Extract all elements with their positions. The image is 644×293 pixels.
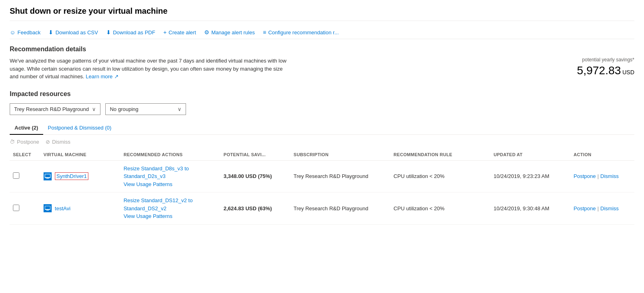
row1-updated-value: 10/24/2019, 9:23:23 AM bbox=[493, 173, 549, 179]
svg-rect-4 bbox=[46, 178, 49, 179]
row1-subscription-value: Trey Research R&D Playground bbox=[294, 173, 368, 179]
row1-checkbox[interactable] bbox=[13, 172, 19, 179]
row2-rule-value: CPU utilization < 20% bbox=[393, 205, 444, 211]
configure-rec-label: Configure recommendation r... bbox=[268, 29, 339, 36]
row2-vm-name-container: testAvi bbox=[44, 204, 117, 212]
row1-row-actions: Postpone | Dismiss bbox=[574, 173, 631, 179]
row1-actions-cell: Resize Standard_D8s_v3 to Standard_D2s_v… bbox=[120, 160, 220, 193]
external-link-icon: ↗ bbox=[114, 73, 119, 80]
row1-vm-name[interactable]: SynthDriver1 bbox=[55, 172, 88, 180]
configure-rec-icon: ≡ bbox=[263, 29, 266, 36]
row1-vm-name-container: SynthDriver1 bbox=[44, 172, 117, 180]
feedback-label: Feedback bbox=[17, 29, 40, 36]
create-alert-button[interactable]: + Create alert bbox=[163, 29, 196, 36]
recommendation-section-title: Recommendation details bbox=[10, 46, 634, 53]
row2-updated-cell: 10/24/2019, 9:30:48 AM bbox=[490, 193, 570, 225]
th-rule: RECOMMENDATION RULE bbox=[390, 149, 490, 161]
row1-savings-value: 3,348.00 USD (75%) bbox=[224, 173, 272, 179]
row2-action-cell: Postpone | Dismiss bbox=[571, 193, 634, 225]
row2-actions-cell: Resize Standard_DS12_v2 to Standard_DS2_… bbox=[120, 193, 220, 225]
svg-rect-2 bbox=[45, 174, 50, 177]
th-action: ACTION bbox=[571, 149, 634, 161]
row1-postpone-link[interactable]: Postpone bbox=[574, 173, 596, 179]
th-select: SELECT bbox=[10, 149, 40, 161]
download-csv-button[interactable]: ⬇ Download as CSV bbox=[48, 29, 98, 36]
row1-action-cell: Postpone | Dismiss bbox=[571, 160, 634, 193]
toolbar: ☺ Feedback ⬇ Download as CSV ⬇ Download … bbox=[10, 26, 634, 39]
row1-updated-cell: 10/24/2019, 9:23:23 AM bbox=[490, 160, 570, 193]
learn-more-link[interactable]: Learn more ↗ bbox=[86, 73, 119, 80]
create-alert-label: Create alert bbox=[169, 29, 196, 36]
th-recommended-actions: RECOMMENDED ACTIONS bbox=[120, 149, 220, 161]
row1-rule-cell: CPU utilization < 20% bbox=[390, 160, 490, 193]
page-title: Shut down or resize your virtual machine bbox=[10, 6, 634, 21]
row1-usage-patterns-link[interactable]: View Usage Patterns bbox=[123, 180, 217, 188]
grouping-dropdown-arrow: ∨ bbox=[178, 106, 182, 112]
svg-rect-7 bbox=[46, 210, 49, 211]
recommendation-section: Recommendation details We've analyzed th… bbox=[10, 46, 634, 81]
row2-savings-cell: 2,624.83 USD (63%) bbox=[220, 193, 291, 225]
th-savings: POTENTIAL SAVI... bbox=[220, 149, 291, 161]
recommendation-description: We've analyzed the usage patterns of you… bbox=[10, 57, 292, 81]
row2-select-cell bbox=[10, 193, 40, 225]
row2-savings-value: 2,624.83 USD (63%) bbox=[224, 205, 272, 211]
tab-postponed-dismissed[interactable]: Postponed & Dismissed (0) bbox=[43, 121, 117, 135]
row2-usage-patterns-link[interactable]: View Usage Patterns bbox=[123, 212, 217, 220]
resources-table: SELECT VIRTUAL MACHINE RECOMMENDED ACTIO… bbox=[10, 149, 634, 225]
postpone-action-button: ⏱ Postpone bbox=[10, 139, 39, 145]
row2-dismiss-link[interactable]: Dismiss bbox=[600, 205, 619, 211]
row1-action-separator: | bbox=[597, 173, 598, 179]
feedback-icon: ☺ bbox=[10, 29, 15, 36]
savings-box: potential yearly savings* 5,972.83 USD bbox=[546, 57, 634, 77]
create-alert-icon: + bbox=[163, 29, 167, 36]
action-bar: ⏱ Postpone ⊘ Dismiss bbox=[10, 135, 634, 149]
subscription-dropdown[interactable]: Trey Research R&D Playground ∨ bbox=[10, 103, 100, 115]
row2-row-actions: Postpone | Dismiss bbox=[574, 205, 631, 211]
th-subscription: SUBSCRIPTION bbox=[291, 149, 391, 161]
row2-action-separator: | bbox=[597, 205, 598, 211]
row2-vm-cell: testAvi bbox=[40, 193, 120, 225]
recommendation-content: We've analyzed the usage patterns of you… bbox=[10, 57, 634, 81]
svg-rect-8 bbox=[46, 211, 49, 211]
postpone-label: Postpone bbox=[17, 139, 39, 145]
manage-alert-icon: ⚙ bbox=[204, 29, 209, 36]
row2-subscription-value: Trey Research R&D Playground bbox=[294, 205, 368, 211]
dismiss-action-button: ⊘ Dismiss bbox=[46, 139, 71, 145]
row1-rule-value: CPU utilization < 20% bbox=[393, 173, 444, 179]
download-pdf-label: Download as PDF bbox=[113, 29, 155, 36]
manage-alert-label: Manage alert rules bbox=[211, 29, 255, 36]
savings-amount-display: 5,972.83 USD bbox=[546, 64, 634, 77]
configure-rec-button[interactable]: ≡ Configure recommendation r... bbox=[263, 29, 339, 36]
row1-savings-cell: 3,348.00 USD (75%) bbox=[220, 160, 291, 193]
dismiss-label: Dismiss bbox=[52, 139, 71, 145]
subscription-dropdown-label: Trey Research R&D Playground bbox=[14, 106, 89, 112]
download-pdf-icon: ⬇ bbox=[106, 29, 111, 36]
row2-rule-cell: CPU utilization < 20% bbox=[390, 193, 490, 225]
th-updated: UPDATED AT bbox=[490, 149, 570, 161]
row1-recommended-action-link[interactable]: Resize Standard_D8s_v3 to Standard_D2s_v… bbox=[123, 165, 217, 180]
tab-active[interactable]: Active (2) bbox=[10, 121, 43, 135]
download-csv-label: Download as CSV bbox=[55, 29, 98, 36]
row1-subscription-cell: Trey Research R&D Playground bbox=[291, 160, 391, 193]
row1-vm-icon bbox=[44, 172, 52, 180]
manage-alert-rules-button[interactable]: ⚙ Manage alert rules bbox=[204, 29, 255, 36]
table-row: SynthDriver1 Resize Standard_D8s_v3 to S… bbox=[10, 160, 634, 193]
row2-vm-name[interactable]: testAvi bbox=[55, 205, 71, 211]
row1-select-cell bbox=[10, 160, 40, 193]
feedback-button[interactable]: ☺ Feedback bbox=[10, 29, 40, 36]
grouping-dropdown[interactable]: No grouping ∨ bbox=[105, 103, 186, 115]
download-pdf-button[interactable]: ⬇ Download as PDF bbox=[106, 29, 155, 36]
row2-updated-value: 10/24/2019, 9:30:48 AM bbox=[493, 205, 549, 211]
savings-currency: USD bbox=[622, 69, 634, 75]
grouping-dropdown-label: No grouping bbox=[110, 106, 138, 112]
row2-checkbox[interactable] bbox=[13, 205, 19, 211]
row2-postpone-link[interactable]: Postpone bbox=[574, 205, 596, 211]
row1-dismiss-link[interactable]: Dismiss bbox=[600, 173, 619, 179]
row2-recommended-action-link[interactable]: Resize Standard_DS12_v2 to Standard_DS2_… bbox=[123, 197, 217, 212]
table-header-row: SELECT VIRTUAL MACHINE RECOMMENDED ACTIO… bbox=[10, 149, 634, 161]
th-vm: VIRTUAL MACHINE bbox=[40, 149, 120, 161]
impacted-section-title: Impacted resources bbox=[10, 90, 634, 98]
vm-monitor-icon-2 bbox=[44, 205, 51, 211]
tabs-bar: Active (2) Postponed & Dismissed (0) bbox=[10, 121, 634, 135]
savings-label: potential yearly savings* bbox=[546, 57, 634, 63]
